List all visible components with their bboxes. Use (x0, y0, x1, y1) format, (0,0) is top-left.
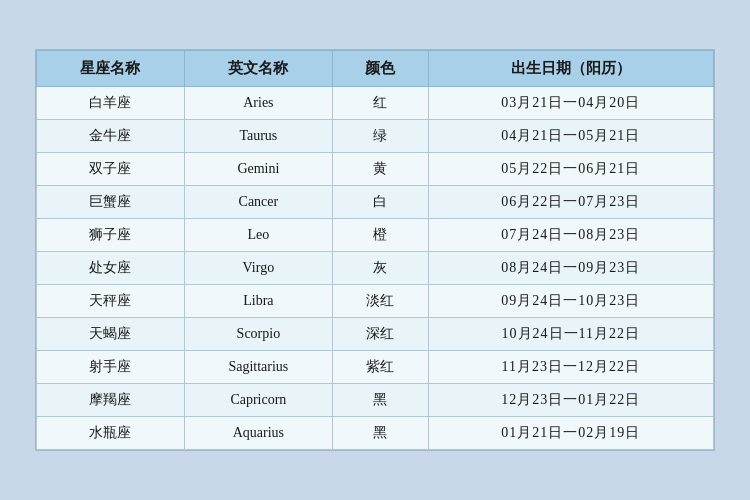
cell-dates: 11月23日一12月22日 (428, 351, 713, 384)
cell-chinese-name: 白羊座 (37, 87, 185, 120)
table-row: 摩羯座Capricorn黑12月23日一01月22日 (37, 384, 714, 417)
zodiac-table-container: 星座名称 英文名称 颜色 出生日期（阳历） 白羊座Aries红03月21日一04… (35, 49, 715, 451)
table-row: 处女座Virgo灰08月24日一09月23日 (37, 252, 714, 285)
cell-color: 橙 (332, 219, 428, 252)
cell-dates: 01月21日一02月19日 (428, 417, 713, 450)
header-chinese-name: 星座名称 (37, 51, 185, 87)
cell-dates: 10月24日一11月22日 (428, 318, 713, 351)
table-row: 射手座Sagittarius紫红11月23日一12月22日 (37, 351, 714, 384)
table-row: 天秤座Libra淡红09月24日一10月23日 (37, 285, 714, 318)
cell-chinese-name: 处女座 (37, 252, 185, 285)
cell-dates: 08月24日一09月23日 (428, 252, 713, 285)
cell-chinese-name: 狮子座 (37, 219, 185, 252)
cell-color: 灰 (332, 252, 428, 285)
cell-chinese-name: 金牛座 (37, 120, 185, 153)
cell-color: 红 (332, 87, 428, 120)
header-color: 颜色 (332, 51, 428, 87)
cell-color: 紫红 (332, 351, 428, 384)
cell-dates: 09月24日一10月23日 (428, 285, 713, 318)
cell-english-name: Libra (184, 285, 332, 318)
cell-dates: 06月22日一07月23日 (428, 186, 713, 219)
cell-color: 黑 (332, 384, 428, 417)
cell-chinese-name: 巨蟹座 (37, 186, 185, 219)
cell-english-name: Cancer (184, 186, 332, 219)
cell-dates: 03月21日一04月20日 (428, 87, 713, 120)
cell-english-name: Aries (184, 87, 332, 120)
cell-color: 黑 (332, 417, 428, 450)
table-row: 巨蟹座Cancer白06月22日一07月23日 (37, 186, 714, 219)
header-dates: 出生日期（阳历） (428, 51, 713, 87)
table-header-row: 星座名称 英文名称 颜色 出生日期（阳历） (37, 51, 714, 87)
table-row: 狮子座Leo橙07月24日一08月23日 (37, 219, 714, 252)
cell-color: 绿 (332, 120, 428, 153)
cell-english-name: Capricorn (184, 384, 332, 417)
cell-english-name: Aquarius (184, 417, 332, 450)
cell-color: 深红 (332, 318, 428, 351)
cell-chinese-name: 水瓶座 (37, 417, 185, 450)
cell-chinese-name: 天蝎座 (37, 318, 185, 351)
cell-color: 黄 (332, 153, 428, 186)
cell-dates: 04月21日一05月21日 (428, 120, 713, 153)
cell-english-name: Scorpio (184, 318, 332, 351)
cell-dates: 07月24日一08月23日 (428, 219, 713, 252)
cell-color: 白 (332, 186, 428, 219)
table-row: 天蝎座Scorpio深红10月24日一11月22日 (37, 318, 714, 351)
cell-dates: 05月22日一06月21日 (428, 153, 713, 186)
header-english-name: 英文名称 (184, 51, 332, 87)
zodiac-table: 星座名称 英文名称 颜色 出生日期（阳历） 白羊座Aries红03月21日一04… (36, 50, 714, 450)
table-row: 双子座Gemini黄05月22日一06月21日 (37, 153, 714, 186)
table-row: 白羊座Aries红03月21日一04月20日 (37, 87, 714, 120)
cell-color: 淡红 (332, 285, 428, 318)
cell-chinese-name: 天秤座 (37, 285, 185, 318)
cell-english-name: Leo (184, 219, 332, 252)
cell-chinese-name: 摩羯座 (37, 384, 185, 417)
cell-chinese-name: 射手座 (37, 351, 185, 384)
cell-english-name: Gemini (184, 153, 332, 186)
cell-english-name: Virgo (184, 252, 332, 285)
cell-dates: 12月23日一01月22日 (428, 384, 713, 417)
cell-chinese-name: 双子座 (37, 153, 185, 186)
cell-english-name: Sagittarius (184, 351, 332, 384)
table-row: 水瓶座Aquarius黑01月21日一02月19日 (37, 417, 714, 450)
cell-english-name: Taurus (184, 120, 332, 153)
table-row: 金牛座Taurus绿04月21日一05月21日 (37, 120, 714, 153)
